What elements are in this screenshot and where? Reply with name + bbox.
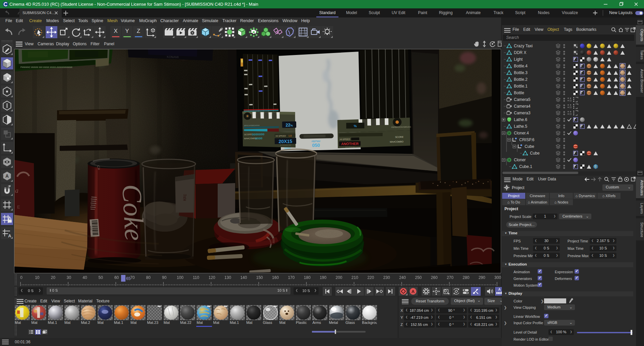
svg-text:100: 100 xyxy=(177,275,183,280)
svg-text:20: 20 xyxy=(51,275,56,280)
svg-text:250: 250 xyxy=(415,275,422,280)
svg-text:CRISP.6: CRISP.6 xyxy=(519,137,534,142)
svg-text:Bottle.4: Bottle.4 xyxy=(514,64,528,68)
svg-text:80: 80 xyxy=(146,275,151,280)
svg-text:10: 10 xyxy=(35,275,40,280)
svg-text:130: 130 xyxy=(224,275,231,280)
svg-text:Cloner.4: Cloner.4 xyxy=(514,131,529,135)
svg-text:A: A xyxy=(5,173,9,179)
svg-text:260: 260 xyxy=(431,275,438,280)
svg-text:140: 140 xyxy=(240,275,247,280)
svg-text:120: 120 xyxy=(209,275,215,280)
svg-text:170: 170 xyxy=(288,275,294,280)
svg-text:30: 30 xyxy=(67,275,71,280)
svg-text:40: 40 xyxy=(83,275,87,280)
svg-text:Cube.1: Cube.1 xyxy=(519,164,532,169)
svg-text:Lathe.6: Lathe.6 xyxy=(514,117,527,122)
svg-text:190: 190 xyxy=(320,275,326,280)
svg-text:Crazy Taxi: Crazy Taxi xyxy=(514,44,533,48)
svg-text:Camera3: Camera3 xyxy=(514,111,531,115)
svg-text:300: 300 xyxy=(494,275,501,280)
svg-text:A: A xyxy=(412,289,415,294)
svg-text:Light: Light xyxy=(514,57,523,62)
svg-text:Cube: Cube xyxy=(525,144,534,149)
svg-text:110: 110 xyxy=(193,275,199,280)
svg-text:160: 160 xyxy=(272,275,279,280)
svg-text:240: 240 xyxy=(399,275,406,280)
svg-text:Camera4: Camera4 xyxy=(514,104,531,109)
svg-text:230: 230 xyxy=(383,275,390,280)
svg-text:150: 150 xyxy=(256,275,263,280)
svg-text:Bottle.3: Bottle.3 xyxy=(514,70,528,75)
svg-text:Bottle.2: Bottle.2 xyxy=(514,77,528,82)
svg-text:50: 50 xyxy=(99,275,103,280)
svg-text:Cloner: Cloner xyxy=(514,158,526,162)
svg-text:Bottle: Bottle xyxy=(514,91,524,95)
svg-text:90: 90 xyxy=(162,275,167,280)
svg-text:60: 60 xyxy=(114,275,119,280)
svg-text:70: 70 xyxy=(130,275,135,280)
svg-text:210: 210 xyxy=(352,275,358,280)
svg-text:0: 0 xyxy=(20,275,22,280)
svg-text:180: 180 xyxy=(304,275,311,280)
svg-text:Cube: Cube xyxy=(530,151,540,156)
svg-text:270: 270 xyxy=(447,275,453,280)
svg-text:A: A xyxy=(498,288,501,291)
svg-text:290: 290 xyxy=(479,275,485,280)
svg-text:Camera5: Camera5 xyxy=(514,97,531,102)
svg-text:220: 220 xyxy=(367,275,374,280)
svg-text:Lathe.5: Lathe.5 xyxy=(514,124,527,129)
svg-text:Bottle.1: Bottle.1 xyxy=(514,84,528,89)
svg-text:280: 280 xyxy=(463,275,469,280)
svg-text:65: 65 xyxy=(126,276,131,281)
svg-text:200: 200 xyxy=(335,275,342,280)
svg-text:DDR X: DDR X xyxy=(514,50,526,55)
